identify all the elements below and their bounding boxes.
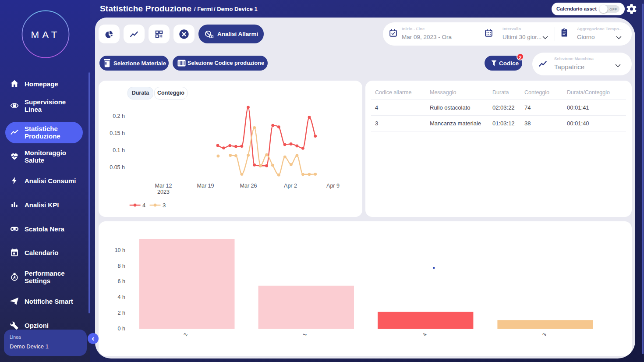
svg-text:MAT: MAT bbox=[31, 29, 60, 40]
